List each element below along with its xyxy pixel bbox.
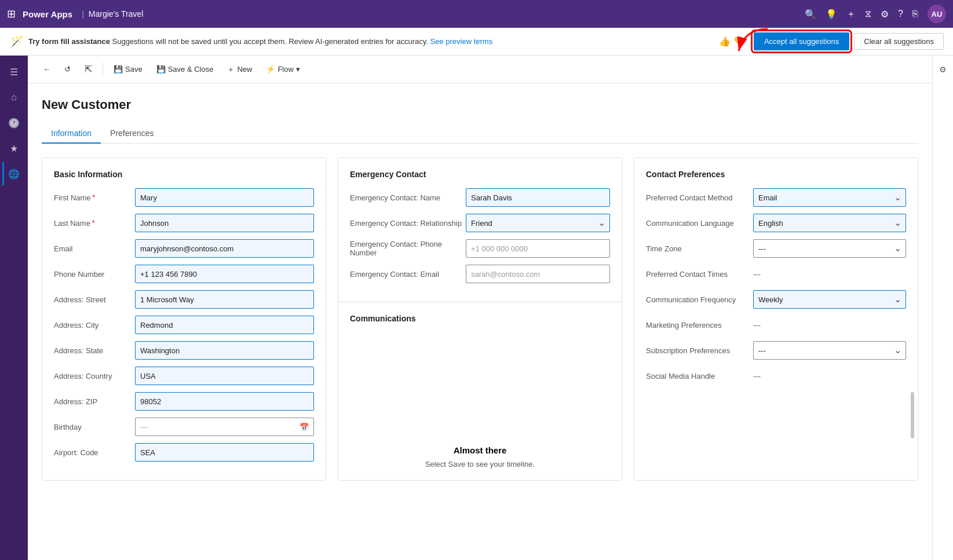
open-button[interactable]: ⇱	[79, 60, 98, 78]
sidebar-home-icon[interactable]: ⌂	[2, 86, 25, 109]
ec-email-input[interactable]	[466, 265, 610, 283]
form-sections: Basic Information First Name * Last Name…	[42, 158, 918, 481]
thumbs-up-icon[interactable]: 👍	[719, 36, 731, 47]
scrollbar-thumb[interactable]	[911, 392, 914, 438]
save-button[interactable]: 💾 Save	[108, 61, 148, 77]
social-media-handle-label: Social Media Handle	[646, 372, 753, 380]
phone-label: Phone Number	[54, 270, 135, 279]
avatar[interactable]: AU	[928, 5, 946, 23]
sidebar-pinned-icon[interactable]: ★	[2, 137, 25, 160]
ec-phone-input[interactable]	[466, 239, 610, 258]
email-field: Email	[54, 239, 314, 258]
airport-code-input[interactable]	[135, 443, 314, 462]
last-name-field: Last Name *	[54, 214, 314, 232]
sidebar-recent-icon[interactable]: 🕐	[2, 111, 25, 134]
country-label: Address: Country	[54, 372, 135, 380]
social-media-handle-value: ---	[753, 372, 761, 380]
city-input[interactable]	[135, 316, 314, 334]
communication-frequency-select[interactable]: Weekly Daily Monthly	[753, 290, 906, 309]
right-sidebar-toggle[interactable]: ⚙	[934, 60, 952, 79]
communication-language-select[interactable]: English Spanish French	[753, 214, 906, 232]
thumbs-down-icon[interactable]: 👎	[733, 36, 744, 47]
email-input[interactable]	[135, 239, 314, 258]
communication-language-label: Communication Language	[646, 219, 753, 228]
time-zone-label: Time Zone	[646, 244, 753, 253]
tab-information[interactable]: Information	[42, 124, 101, 144]
city-label: Address: City	[54, 321, 135, 330]
subscription-preferences-select[interactable]: ---	[753, 341, 906, 360]
airport-code-label: Airport: Code	[54, 448, 135, 457]
tab-preferences[interactable]: Preferences	[101, 124, 163, 144]
communication-frequency-field: Communication Frequency Weekly Daily Mon…	[646, 290, 906, 309]
first-name-input[interactable]	[135, 188, 314, 207]
time-zone-field: Time Zone ---	[646, 239, 906, 258]
save-close-button[interactable]: 💾 Save & Close	[151, 61, 220, 77]
first-name-label: First Name *	[54, 193, 135, 202]
ec-relationship-select[interactable]: Friend Family Colleague	[466, 214, 610, 232]
ec-name-label: Emergency Contact: Name	[350, 193, 466, 202]
communication-frequency-wrapper: Weekly Daily Monthly	[753, 290, 906, 309]
accept-all-button[interactable]: Accept all suggestions	[754, 32, 849, 50]
help-icon[interactable]: ?	[898, 9, 903, 19]
right-sidebar: ⚙	[932, 56, 953, 560]
scrollbar-area	[646, 392, 906, 438]
marketing-preferences-value: ---	[753, 321, 761, 330]
basic-info-section: Basic Information First Name * Last Name…	[42, 158, 326, 481]
bulb-icon[interactable]: 💡	[826, 9, 837, 20]
flow-chevron-icon: ▾	[296, 65, 300, 74]
time-zone-select[interactable]: ---	[753, 239, 906, 258]
select-save-text: Select Save to see your timeline.	[425, 460, 535, 469]
emergency-contact-title: Emergency Contact	[350, 170, 610, 179]
refresh-icon: ↺	[64, 65, 71, 74]
preferred-contact-times-value: ---	[753, 270, 761, 279]
nav-icons: 🔍 💡 ＋ ⧖ ⚙ ? ⎘ AU	[805, 5, 946, 23]
street-input[interactable]	[135, 290, 314, 309]
communication-frequency-label: Communication Frequency	[646, 295, 753, 304]
ec-email-field: Emergency Contact: Email	[350, 265, 610, 283]
toolbar: ← ↺ ⇱ 💾 Save 💾 Save & Close ＋ New ⚡	[28, 56, 932, 83]
contact-preferences-title: Contact Preferences	[646, 170, 906, 179]
tabs: Information Preferences	[42, 124, 918, 144]
marketing-preferences-field: Marketing Preferences ---	[646, 316, 906, 334]
last-name-input[interactable]	[135, 214, 314, 232]
zip-field: Address: ZIP	[54, 392, 314, 411]
flow-button[interactable]: ⚡ Flow ▾	[260, 61, 305, 77]
sidebar-menu-icon[interactable]: ☰	[2, 60, 25, 83]
filter-icon[interactable]: ⧖	[865, 9, 871, 19]
birthday-input[interactable]: --- 📅	[135, 418, 314, 436]
add-icon[interactable]: ＋	[846, 8, 856, 20]
tenant-name: Margie's Travel	[89, 9, 143, 19]
basic-info-title: Basic Information	[54, 170, 314, 179]
cast-icon[interactable]: ⎘	[912, 9, 918, 19]
communication-language-wrapper: English Spanish French	[753, 214, 906, 232]
sidebar-globe-icon[interactable]: 🌐	[2, 162, 25, 185]
search-icon[interactable]: 🔍	[805, 9, 816, 20]
last-name-label: Last Name *	[54, 219, 135, 228]
state-input[interactable]	[135, 341, 314, 360]
ec-phone-label: Emergency Contact: Phone Number	[350, 240, 466, 257]
left-sidebar: ☰ ⌂ 🕐 ★ 🌐	[0, 56, 28, 560]
preview-terms-link[interactable]: See preview terms	[430, 37, 492, 46]
form-fill-banner: 🪄 Try form fill assistance Suggestions w…	[0, 28, 953, 56]
ec-relationship-field: Emergency Contact: Relationship Friend F…	[350, 214, 610, 232]
calendar-icon[interactable]: 📅	[300, 423, 309, 431]
state-label: Address: State	[54, 346, 135, 355]
subscription-preferences-field: Subscription Preferences ---	[646, 341, 906, 360]
new-button[interactable]: ＋ New	[221, 61, 258, 78]
phone-input[interactable]	[135, 265, 314, 283]
communication-language-field: Communication Language English Spanish F…	[646, 214, 906, 232]
ec-relationship-select-wrapper: Friend Family Colleague	[466, 214, 610, 232]
emergency-contact-section: Emergency Contact Emergency Contact: Nam…	[338, 158, 622, 481]
clear-all-button[interactable]: Clear all suggestions	[854, 33, 944, 50]
country-field: Address: Country	[54, 367, 314, 385]
apps-grid-icon[interactable]: ⊞	[7, 8, 16, 20]
street-field: Address: Street	[54, 290, 314, 309]
country-input[interactable]	[135, 367, 314, 385]
airport-code-field: Airport: Code	[54, 443, 314, 462]
preferred-contact-method-select[interactable]: Email Phone Mail	[753, 188, 906, 207]
zip-input[interactable]	[135, 392, 314, 411]
settings-icon[interactable]: ⚙	[881, 9, 889, 20]
back-button[interactable]: ←	[37, 61, 56, 77]
ec-name-input[interactable]	[466, 188, 610, 207]
refresh-button[interactable]: ↺	[59, 61, 76, 77]
